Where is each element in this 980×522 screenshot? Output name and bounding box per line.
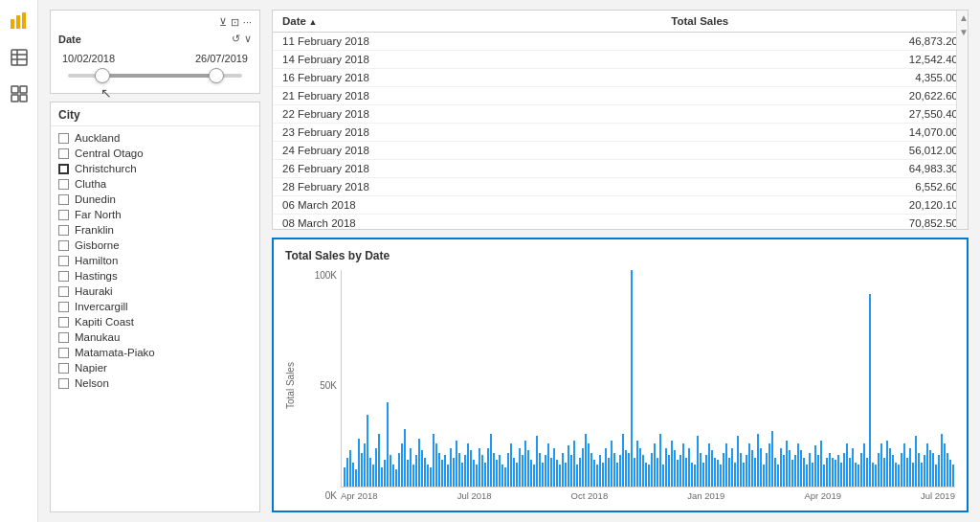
city-item[interactable]: Far North: [51, 207, 259, 222]
chart-bar[interactable]: [410, 448, 412, 487]
chart-bar[interactable]: [487, 448, 489, 487]
chart-bar[interactable]: [585, 434, 587, 487]
chart-bar[interactable]: [803, 458, 805, 487]
chart-bar[interactable]: [918, 453, 920, 487]
chart-bar[interactable]: [912, 463, 914, 487]
chart-bar[interactable]: [774, 458, 776, 487]
chart-bar[interactable]: [921, 463, 923, 487]
chart-bar[interactable]: [883, 458, 885, 487]
chart-bar[interactable]: [430, 467, 432, 487]
city-item[interactable]: Dunedin: [51, 192, 259, 207]
chart-bar[interactable]: [524, 441, 526, 487]
chart-bar[interactable]: [349, 450, 351, 487]
chart-bar[interactable]: [800, 450, 802, 487]
chart-bar[interactable]: [892, 455, 894, 487]
chart-bar[interactable]: [476, 465, 478, 487]
chart-bar[interactable]: [791, 460, 793, 487]
chart-bar[interactable]: [493, 453, 495, 487]
chart-bar[interactable]: [390, 455, 391, 487]
chart-bar[interactable]: [708, 443, 710, 487]
chart-bar[interactable]: [616, 463, 618, 487]
table-scroll[interactable]: Date Total Sales 11 February 201846,873.…: [273, 11, 968, 229]
chart-bar[interactable]: [771, 431, 773, 487]
chart-bar[interactable]: [361, 453, 363, 487]
scroll-down-arrow[interactable]: ▼: [957, 25, 968, 39]
chart-bar[interactable]: [843, 453, 845, 487]
city-checkbox[interactable]: [58, 348, 69, 358]
chart-bar[interactable]: [593, 460, 595, 487]
chart-bar[interactable]: [711, 450, 713, 487]
chart-bar[interactable]: [484, 463, 486, 487]
chart-bar[interactable]: [384, 460, 386, 487]
city-item[interactable]: Kapiti Coast: [51, 314, 259, 329]
chart-bar[interactable]: [705, 455, 707, 487]
city-item[interactable]: Clutha: [51, 176, 259, 192]
chart-bar[interactable]: [513, 458, 515, 487]
chart-bar[interactable]: [768, 443, 770, 487]
chart-bar[interactable]: [797, 443, 799, 487]
slider-thumb-right[interactable]: [209, 68, 224, 83]
chart-bar[interactable]: [433, 434, 434, 487]
chart-bar[interactable]: [418, 439, 420, 487]
chart-bar[interactable]: [582, 448, 584, 487]
chart-bar[interactable]: [674, 450, 676, 487]
chart-bar[interactable]: [550, 458, 552, 487]
chart-bar[interactable]: [401, 443, 403, 487]
chart-bar[interactable]: [501, 465, 503, 487]
chart-bar[interactable]: [924, 455, 925, 487]
chart-bar[interactable]: [665, 448, 667, 487]
chart-bar[interactable]: [355, 469, 357, 487]
chart-bar[interactable]: [398, 453, 400, 487]
chart-bar[interactable]: [519, 448, 521, 487]
city-item[interactable]: Auckland: [51, 130, 259, 146]
slider-thumb-left[interactable]: [95, 68, 110, 83]
chart-bar[interactable]: [461, 463, 463, 487]
chart-bar[interactable]: [479, 448, 480, 487]
chart-bar[interactable]: [381, 467, 383, 487]
chart-bar[interactable]: [826, 458, 828, 487]
more-options-icon[interactable]: ···: [243, 16, 252, 29]
chart-bar[interactable]: [412, 465, 414, 487]
chart-bar[interactable]: [898, 465, 900, 487]
chart-bar[interactable]: [659, 434, 661, 487]
chart-bar[interactable]: [852, 448, 854, 487]
chart-bar[interactable]: [812, 463, 813, 487]
chart-bar[interactable]: [938, 455, 940, 487]
city-checkbox[interactable]: [58, 225, 69, 236]
chart-bar[interactable]: [605, 448, 607, 487]
chart-bar[interactable]: [447, 465, 449, 487]
chart-bar[interactable]: [820, 441, 822, 487]
chart-bar[interactable]: [725, 443, 727, 487]
chart-bar[interactable]: [622, 434, 624, 487]
chart-bar[interactable]: [809, 453, 811, 487]
city-item[interactable]: Manukau: [51, 329, 259, 345]
chart-bar[interactable]: [829, 453, 831, 487]
chart-bar[interactable]: [835, 460, 836, 487]
chart-bar[interactable]: [903, 443, 905, 487]
chart-bar[interactable]: [481, 455, 483, 487]
chart-bar[interactable]: [734, 463, 736, 487]
chart-bar[interactable]: [926, 443, 928, 487]
chart-bar[interactable]: [588, 443, 590, 487]
chart-bar[interactable]: [691, 463, 693, 487]
filter-icon[interactable]: ⊻: [219, 16, 227, 29]
slicer-chevron[interactable]: ∨: [244, 33, 252, 45]
city-checkbox[interactable]: [58, 271, 69, 282]
chart-bar[interactable]: [464, 455, 466, 487]
chart-bar[interactable]: [872, 463, 874, 487]
chart-bar[interactable]: [717, 460, 719, 487]
chart-bar[interactable]: [539, 453, 541, 487]
chart-bar[interactable]: [941, 434, 943, 487]
chart-bar[interactable]: [949, 460, 951, 487]
chart-bar[interactable]: [895, 463, 897, 487]
chart-bar[interactable]: [723, 453, 724, 487]
chart-bar[interactable]: [453, 458, 455, 487]
chart-bar[interactable]: [579, 458, 581, 487]
chart-bar[interactable]: [415, 455, 417, 487]
city-item[interactable]: Matamata-Piako: [51, 345, 259, 360]
chart-bar[interactable]: [840, 463, 842, 487]
chart-bar[interactable]: [545, 455, 546, 487]
col-date-header[interactable]: Date: [273, 11, 661, 33]
chart-bar[interactable]: [694, 465, 696, 487]
city-checkbox[interactable]: [58, 256, 69, 266]
